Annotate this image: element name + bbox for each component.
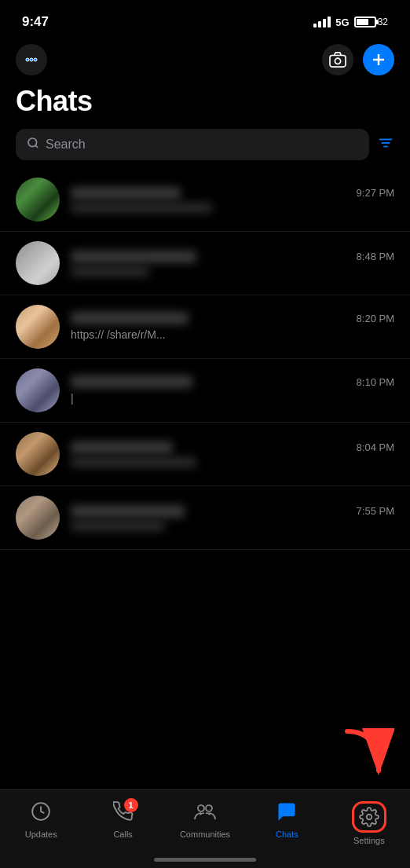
chat-preview-blur <box>71 521 165 531</box>
chat-content-5: 8:04 PM <box>71 441 394 467</box>
menu-button[interactable] <box>16 44 47 75</box>
chat-item-1[interactable]: 9:27 PM <box>0 168 410 232</box>
status-bar: 9:47 5G 32 <box>0 0 410 39</box>
chat-item-6[interactable]: 7:55 PM <box>0 486 410 550</box>
plus-icon <box>371 52 386 68</box>
svg-point-2 <box>34 58 37 61</box>
chat-time-4: 8:10 PM <box>357 376 394 388</box>
avatar-6 <box>16 496 60 540</box>
search-placeholder: Search <box>46 137 86 152</box>
network-label: 5G <box>335 16 349 28</box>
chat-item-4[interactable]: 8:10 PM | <box>0 359 410 423</box>
tab-settings[interactable]: Settings <box>328 798 410 848</box>
chat-preview-4: | <box>71 392 74 405</box>
search-container: Search <box>0 129 410 168</box>
svg-point-1 <box>30 58 33 61</box>
avatar-1 <box>16 178 60 222</box>
chat-preview-blur <box>71 203 212 213</box>
avatar-2 <box>16 241 60 285</box>
tab-settings-label: Settings <box>353 836 385 845</box>
chat-name-blur <box>71 312 189 324</box>
camera-icon <box>329 52 346 68</box>
chat-item-5[interactable]: 8:04 PM <box>0 423 410 486</box>
svg-point-14 <box>198 805 204 811</box>
chat-name-blur <box>71 251 196 263</box>
filter-icon[interactable] <box>377 136 394 154</box>
tab-updates-label: Updates <box>25 830 57 839</box>
dots-icon <box>24 52 39 68</box>
updates-icon <box>31 801 51 826</box>
tab-communities[interactable]: Communities <box>164 798 246 842</box>
avatar-5 <box>16 432 60 476</box>
chat-time-6: 7:55 PM <box>357 505 394 517</box>
svg-point-0 <box>26 58 29 61</box>
svg-point-16 <box>367 815 372 820</box>
chat-preview-blur <box>71 266 149 277</box>
svg-rect-3 <box>330 56 346 68</box>
chats-icon <box>276 801 297 826</box>
tab-bar: Updates 1 Calls Communities <box>0 789 410 868</box>
battery-icon: 32 <box>354 16 388 27</box>
svg-point-4 <box>335 58 340 64</box>
chat-name-blur <box>71 441 173 454</box>
search-bar[interactable]: Search <box>16 129 369 160</box>
chat-item-2[interactable]: 8:48 PM <box>0 232 410 295</box>
home-indicator <box>154 858 256 862</box>
settings-highlight <box>352 801 386 833</box>
chat-preview-3: https:// /share/r/M... <box>71 328 166 341</box>
tab-calls[interactable]: 1 Calls <box>82 798 163 842</box>
chat-content-4: 8:10 PM | <box>71 375 394 405</box>
status-time: 9:47 <box>22 14 49 30</box>
chat-item-3[interactable]: 8:20 PM https:// /share/r/M... <box>0 295 410 359</box>
signal-bars-icon <box>313 16 331 27</box>
chat-content-1: 9:27 PM <box>71 187 394 213</box>
chat-time-1: 9:27 PM <box>357 187 394 199</box>
action-bar <box>0 39 410 85</box>
avatar-3 <box>16 305 60 349</box>
calls-badge: 1 <box>124 798 138 812</box>
tab-chats[interactable]: Chats <box>246 798 328 842</box>
tab-communities-label: Communities <box>180 830 230 839</box>
chat-preview-blur <box>71 457 196 467</box>
calls-icon: 1 <box>113 801 134 826</box>
chat-time-2: 8:48 PM <box>357 251 394 262</box>
chat-content-3: 8:20 PM https:// /share/r/M... <box>71 312 394 342</box>
page-title: Chats <box>0 85 410 129</box>
tab-chats-label: Chats <box>276 830 298 839</box>
tab-updates[interactable]: Updates <box>0 798 82 842</box>
arrow-overlay <box>331 723 394 789</box>
chat-name-blur <box>71 187 181 200</box>
chat-content-6: 7:55 PM <box>71 505 394 531</box>
chat-list: 9:27 PM 8:48 PM 8:20 PM https:// /share/… <box>0 168 410 550</box>
tab-calls-label: Calls <box>113 830 132 839</box>
battery-level: 32 <box>378 16 388 27</box>
status-icons: 5G 32 <box>313 16 388 28</box>
chat-time-3: 8:20 PM <box>357 313 394 324</box>
chat-name-blur <box>71 375 192 388</box>
chat-name-blur <box>71 505 185 518</box>
avatar-4 <box>16 368 60 412</box>
svg-point-7 <box>28 138 37 147</box>
add-button[interactable] <box>363 44 394 75</box>
camera-button[interactable] <box>322 44 353 75</box>
settings-icon <box>359 807 379 827</box>
search-icon <box>27 137 39 152</box>
svg-line-8 <box>35 145 38 148</box>
chat-content-2: 8:48 PM <box>71 251 394 277</box>
chat-time-5: 8:04 PM <box>357 441 394 453</box>
communities-icon <box>193 801 217 826</box>
svg-point-15 <box>206 805 212 811</box>
red-arrow-icon <box>331 723 394 786</box>
